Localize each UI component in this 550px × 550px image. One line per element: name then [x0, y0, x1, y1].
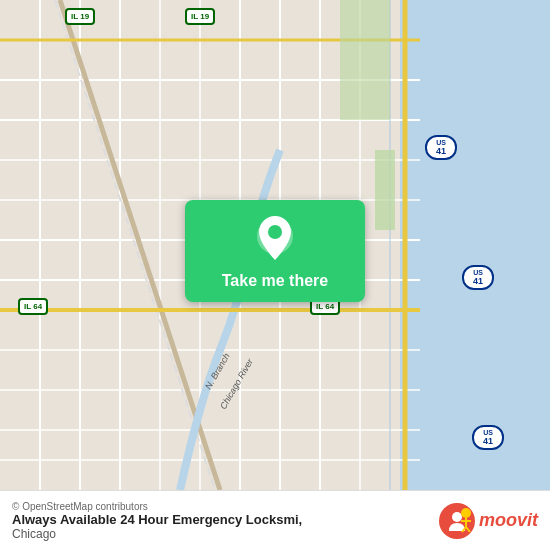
copyright-text: © OpenStreetMap contributors [12, 501, 302, 512]
bottom-bar: © OpenStreetMap contributors Always Avai… [0, 490, 550, 550]
badge-us-41-rt: US41 [425, 135, 457, 160]
location-city: Chicago [12, 527, 302, 541]
moovit-icon [439, 503, 475, 539]
badge-us-41-rl: US41 [472, 425, 504, 450]
badge-us-41-rm: US41 [462, 265, 494, 290]
location-pin-icon [245, 210, 305, 270]
badge-il-64-l: IL 64 [18, 298, 48, 315]
svg-rect-30 [340, 0, 390, 120]
map-container: N. Branch Chicago River IL 19 IL 19 US41… [0, 0, 550, 490]
svg-rect-0 [390, 0, 550, 490]
take-me-there-label: Take me there [222, 272, 328, 290]
svg-point-34 [268, 225, 282, 239]
svg-point-37 [461, 508, 471, 518]
badge-il-19-tr: IL 19 [185, 8, 215, 25]
moovit-text: moovit [479, 510, 538, 531]
location-info: © OpenStreetMap contributors Always Avai… [12, 501, 302, 541]
svg-point-36 [452, 512, 462, 522]
moovit-logo: moovit [439, 503, 538, 539]
location-name: Always Available 24 Hour Emergency Locks… [12, 512, 302, 527]
svg-rect-29 [375, 150, 395, 230]
badge-il-19-tl: IL 19 [65, 8, 95, 25]
take-me-there-button[interactable]: Take me there [185, 200, 365, 302]
